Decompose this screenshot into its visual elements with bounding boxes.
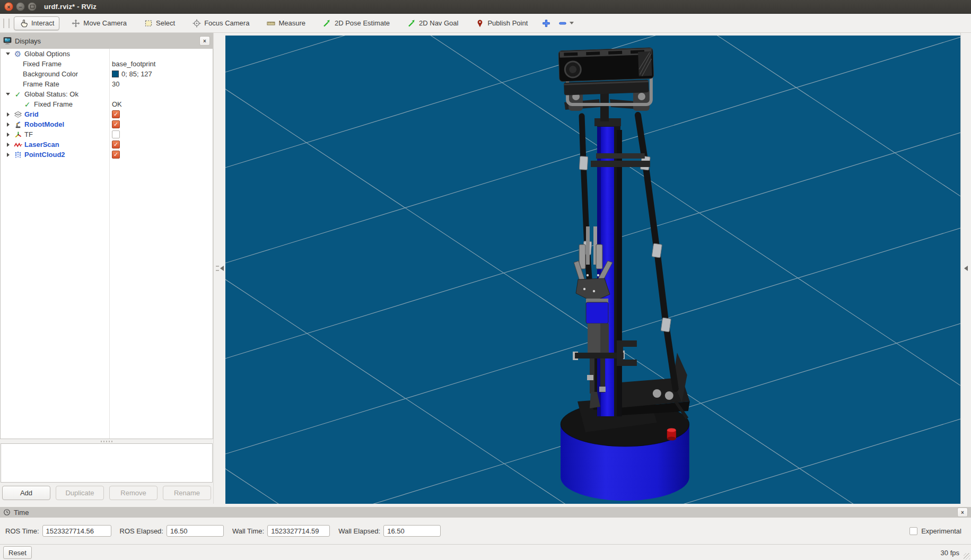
expander-right-icon[interactable]: [5, 152, 11, 158]
row-label: TF: [24, 130, 33, 138]
rename-display-button[interactable]: Rename: [163, 486, 211, 500]
tool-measure[interactable]: Measure: [261, 16, 311, 30]
expander-right-icon[interactable]: [5, 132, 11, 138]
value-text[interactable]: base_footprint: [112, 60, 155, 68]
remove-display-button[interactable]: Remove: [109, 486, 158, 500]
tree-row-laserscan[interactable]: LaserScan✓: [1, 139, 213, 150]
check-icon: ✓: [23, 100, 32, 109]
tool-2d-nav-goal[interactable]: 2D Nav Goal: [401, 16, 463, 30]
move-icon: [71, 19, 80, 28]
field-input[interactable]: 16.50: [167, 525, 224, 537]
row-label: PointCloud2: [24, 151, 65, 159]
add-display-button[interactable]: Add: [2, 486, 50, 500]
tree-row-robotmodel[interactable]: RobotModel✓: [1, 119, 213, 129]
value-text[interactable]: 0; 85; 127: [121, 70, 152, 78]
left-panel-splitter[interactable]: [213, 33, 225, 504]
row-value: 0; 85; 127: [109, 69, 152, 79]
display-description-box: [1, 443, 213, 483]
tool-focus-camera[interactable]: Focus Camera: [187, 16, 255, 30]
minus-icon: [558, 19, 567, 28]
field-input[interactable]: 1523327714.59: [267, 525, 330, 537]
tree-row-background-color[interactable]: Background Color0; 85; 127: [1, 69, 213, 79]
add-tool-button[interactable]: [541, 19, 550, 28]
field-input[interactable]: 16.50: [383, 525, 441, 537]
tool-2d-pose-estimate[interactable]: 2D Pose Estimate: [317, 16, 395, 30]
color-swatch[interactable]: [112, 71, 119, 77]
tree-row-frame-rate[interactable]: Frame Rate30: [1, 79, 213, 89]
robot-icon: [13, 120, 22, 129]
gear-icon: ⚙: [13, 50, 22, 58]
3d-viewport[interactable]: [225, 36, 960, 504]
experimental-label: Experimental: [921, 527, 961, 535]
experimental-checkbox[interactable]: [909, 527, 917, 535]
collapse-right-panel-icon[interactable]: [964, 266, 968, 271]
displays-tree[interactable]: ⚙Global OptionsFixed Framebase_footprint…: [0, 49, 213, 439]
tool-select[interactable]: Select: [138, 16, 180, 30]
tf-icon: [13, 130, 22, 139]
select-box-icon: [144, 19, 153, 28]
reset-button[interactable]: Reset: [3, 546, 32, 559]
enable-checkbox[interactable]: ✓: [112, 141, 120, 148]
time-field-wall-time-: Wall Time:1523327714.59: [232, 525, 330, 537]
time-panel-close-button[interactable]: ×: [957, 508, 968, 517]
displays-panel-header[interactable]: Displays ×: [0, 33, 213, 49]
field-input[interactable]: 1523327714.56: [42, 525, 111, 537]
remove-tool-button[interactable]: [558, 19, 574, 28]
row-label: LaserScan: [24, 141, 59, 148]
displays-panel: Displays × ⚙Global OptionsFixed Framebas…: [0, 33, 213, 504]
value-text: OK: [112, 100, 122, 108]
displays-close-button[interactable]: ×: [199, 36, 210, 46]
field-label: Wall Time:: [232, 527, 264, 535]
row-label: Grid: [24, 110, 39, 118]
enable-checkbox[interactable]: ✓: [112, 151, 120, 159]
window-maximize-button[interactable]: [28, 2, 37, 11]
expander-right-icon[interactable]: [5, 142, 11, 148]
experimental-toggle[interactable]: Experimental: [909, 527, 966, 535]
tool-label: Publish Point: [487, 19, 528, 27]
clock-icon: [3, 509, 11, 516]
tree-row-global-status-ok[interactable]: ✓Global Status: Ok: [1, 89, 213, 99]
enable-checkbox[interactable]: ✓: [112, 110, 120, 118]
expander-right-icon[interactable]: [5, 121, 11, 128]
right-panel-splitter[interactable]: [960, 33, 971, 504]
dropdown-arrow-icon[interactable]: [570, 22, 574, 24]
field-label: ROS Elapsed:: [120, 527, 163, 535]
estop-button: [667, 428, 676, 440]
duplicate-display-button[interactable]: Duplicate: [56, 486, 104, 500]
tool-interact[interactable]: Interact: [14, 16, 59, 30]
tree-row-pointcloud2[interactable]: PointCloud2✓: [1, 150, 213, 160]
tree-row-global-options[interactable]: ⚙Global Options: [1, 49, 213, 59]
tool-publish-point[interactable]: Publish Point: [470, 16, 533, 30]
enable-checkbox[interactable]: ✓: [112, 120, 120, 128]
window-minimize-button[interactable]: –: [16, 2, 25, 11]
splitter-handle-icon: [101, 441, 112, 442]
status-bar: Reset 30 fps: [0, 544, 971, 560]
resize-grip[interactable]: [964, 553, 970, 559]
enable-checkbox[interactable]: [112, 130, 120, 138]
expander-down-icon[interactable]: [5, 51, 11, 57]
window-titlebar[interactable]: × – urdf.rviz* - RViz: [0, 0, 971, 14]
tree-row-grid[interactable]: Grid✓: [1, 109, 213, 119]
row-label: Global Status: Ok: [24, 90, 78, 98]
time-panel-header[interactable]: Time ×: [0, 507, 971, 518]
row-value: ✓: [109, 109, 120, 119]
panel-splitter[interactable]: [0, 439, 213, 443]
tree-row-fixed-frame[interactable]: ✓Fixed FrameOK: [1, 99, 213, 109]
expander-right-icon[interactable]: [5, 111, 11, 118]
toolbar-drag-handle[interactable]: [3, 19, 10, 28]
toolbar: InteractMove CameraSelectFocus CameraMea…: [0, 14, 971, 33]
grid-icon: [13, 110, 22, 119]
tree-row-fixed-frame[interactable]: Fixed Framebase_footprint: [1, 59, 213, 69]
row-label: Fixed Frame: [23, 60, 62, 68]
tree-row-tf[interactable]: TF: [1, 129, 213, 139]
row-label: Fixed Frame: [34, 100, 73, 108]
row-label: Global Options: [24, 50, 70, 58]
collapse-left-panel-icon[interactable]: [220, 266, 224, 271]
main-area: Displays × ⚙Global OptionsFixed Framebas…: [0, 33, 971, 504]
time-panel: Time × ROS Time:1523327714.56ROS Elapsed…: [0, 504, 971, 544]
tool-label: Measure: [278, 19, 305, 27]
window-close-button[interactable]: ×: [4, 2, 13, 11]
value-text[interactable]: 30: [112, 80, 119, 88]
expander-down-icon[interactable]: [5, 91, 11, 98]
tool-move-camera[interactable]: Move Camera: [66, 16, 132, 30]
